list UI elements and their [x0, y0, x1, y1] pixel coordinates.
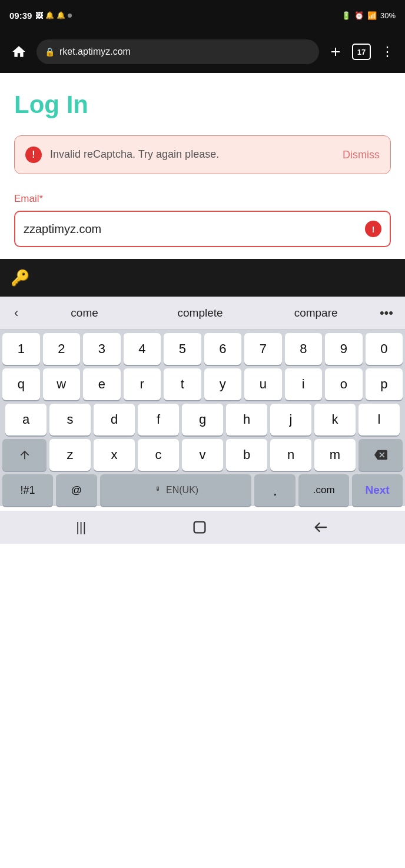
key-i[interactable]: i [285, 368, 323, 400]
key-7[interactable]: 7 [244, 333, 282, 365]
dismiss-button[interactable]: Dismiss [343, 149, 380, 161]
key-u[interactable]: u [244, 368, 282, 400]
lock-icon: 🔒 [45, 47, 55, 56]
nav-back-button[interactable] [313, 519, 329, 536]
dotcom-key[interactable]: .com [298, 474, 349, 506]
suggestion-back-button[interactable]: ‹ [6, 305, 26, 321]
url-text: rket.aptimyz.com [59, 46, 131, 57]
status-time: 09:39 🖼 🔔 🔔 [9, 11, 72, 21]
home-button[interactable] [7, 40, 31, 64]
key-l[interactable]: l [358, 404, 400, 435]
suggestion-word-1[interactable]: come [26, 307, 142, 320]
key-t[interactable]: t [164, 368, 201, 400]
battery-icon: 🔋 [341, 11, 351, 20]
key-2[interactable]: 2 [43, 333, 81, 365]
key-icon: 🔑 [11, 269, 29, 287]
key-p[interactable]: p [366, 368, 403, 400]
suggestion-word-3[interactable]: compare [258, 307, 374, 320]
field-error-icon: ! [365, 221, 381, 237]
menu-button[interactable]: ⋮ [377, 41, 398, 62]
key-n[interactable]: n [270, 439, 311, 471]
key-8[interactable]: 8 [285, 333, 323, 365]
key-e[interactable]: e [83, 368, 121, 400]
key-1[interactable]: 1 [2, 333, 40, 365]
email-label: Email* [14, 193, 391, 205]
browser-actions: 17 ⋮ [325, 41, 398, 62]
web-content: Log In ! Invalid reCaptcha. Try again pl… [0, 73, 405, 259]
key-j[interactable]: j [270, 404, 311, 435]
navigation-bar: ||| [0, 511, 405, 544]
keyboard-row-a: a s d f g h j k l [2, 404, 403, 435]
key-g[interactable]: g [182, 404, 223, 435]
key-x[interactable]: x [94, 439, 135, 471]
shift-key[interactable] [2, 439, 47, 471]
url-bar[interactable]: 🔒 rket.aptimyz.com [36, 39, 319, 64]
error-icon: ! [25, 147, 42, 163]
keyboard-suggestion-bar[interactable]: ‹ come complete compare ••• [0, 297, 405, 330]
key-a[interactable]: a [5, 404, 47, 435]
status-icons: 🖼 🔔 🔔 [35, 11, 72, 20]
browser-bar: 🔒 rket.aptimyz.com 17 ⋮ [0, 31, 405, 73]
key-6[interactable]: 6 [204, 333, 242, 365]
key-9[interactable]: 9 [325, 333, 363, 365]
keyboard-row-q: q w e r t y u i o p [2, 368, 403, 400]
key-h[interactable]: h [226, 404, 267, 435]
key-r[interactable]: r [124, 368, 161, 400]
key-c[interactable]: c [138, 439, 179, 471]
time-display: 09:39 [9, 11, 32, 21]
status-bar: 09:39 🖼 🔔 🔔 🔋 ⏰ 📶 30% [0, 0, 405, 31]
suggestion-more-button[interactable]: ••• [374, 305, 399, 321]
new-tab-button[interactable] [325, 41, 346, 62]
key-o[interactable]: o [325, 368, 363, 400]
key-f[interactable]: f [138, 404, 179, 435]
key-z[interactable]: z [49, 439, 91, 471]
keyboard-row-numbers: 1 2 3 4 5 6 7 8 9 0 [2, 333, 403, 365]
status-right-icons: 🔋 ⏰ 📶 30% [341, 11, 396, 20]
key-3[interactable]: 3 [83, 333, 121, 365]
error-banner: ! Invalid reCaptcha. Try again please. D… [14, 135, 391, 174]
svg-rect-0 [194, 522, 205, 533]
email-input[interactable] [24, 222, 365, 236]
key-d[interactable]: d [94, 404, 135, 435]
key-5[interactable]: 5 [164, 333, 201, 365]
keyboard-row-bottom: !#1 @ EN(UK) . .com Next [2, 474, 403, 506]
key-4[interactable]: 4 [124, 333, 161, 365]
next-key[interactable]: Next [352, 474, 403, 506]
at-key[interactable]: @ [56, 474, 97, 506]
keyboard: 1 2 3 4 5 6 7 8 9 0 q w e r t y u i o p … [0, 330, 405, 506]
key-v[interactable]: v [182, 439, 223, 471]
period-key[interactable]: . [254, 474, 296, 506]
key-0[interactable]: 0 [366, 333, 403, 365]
key-k[interactable]: k [314, 404, 356, 435]
backspace-key[interactable] [358, 439, 403, 471]
key-s[interactable]: s [49, 404, 91, 435]
key-w[interactable]: w [43, 368, 81, 400]
alarm-icon: ⏰ [354, 11, 364, 20]
space-key[interactable]: EN(UK) [100, 474, 252, 506]
error-left: ! Invalid reCaptcha. Try again please. [25, 147, 336, 163]
key-m[interactable]: m [314, 439, 356, 471]
tab-count[interactable]: 17 [352, 44, 371, 60]
key-y[interactable]: y [204, 368, 242, 400]
error-message: Invalid reCaptcha. Try again please. [50, 147, 219, 162]
key-q[interactable]: q [2, 368, 40, 400]
email-input-wrapper: ! [14, 211, 391, 247]
keyboard-row-z: z x c v b n m [2, 439, 403, 471]
wifi-icon: 📶 [367, 11, 377, 20]
suggestion-word-2[interactable]: complete [142, 307, 258, 320]
symbols-key[interactable]: !#1 [2, 474, 53, 506]
key-b[interactable]: b [226, 439, 267, 471]
page-title: Log In [14, 91, 391, 119]
nav-home-button[interactable] [191, 519, 208, 536]
battery-percent: 30% [380, 11, 396, 20]
login-form: Email* ! [14, 193, 391, 247]
keyboard-autofill-bar: 🔑 [0, 259, 405, 297]
nav-menu-button[interactable]: ||| [76, 520, 86, 535]
